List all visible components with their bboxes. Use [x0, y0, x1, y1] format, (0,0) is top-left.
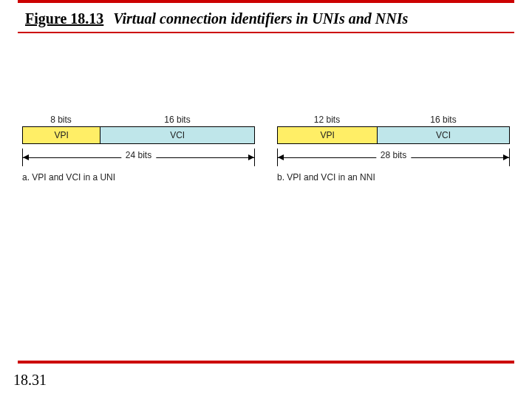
dim-arrow-left-a — [23, 154, 29, 160]
dim-arrow-right-a — [248, 154, 254, 160]
caption-a: a. VPI and VCI in a UNI — [22, 172, 255, 183]
diagram-uni: 8 bits 16 bits VPI VCI 24 bits a. VPI an… — [22, 115, 255, 183]
vpi-field-a: VPI — [23, 127, 100, 143]
fields-a: VPI VCI — [22, 126, 255, 144]
figure-title: Virtual connection identifiers in UNIs a… — [113, 10, 408, 27]
vci-bits-label-a: 16 bits — [100, 115, 255, 125]
vpi-field-b: VPI — [278, 127, 377, 143]
bit-labels-b: 12 bits 16 bits — [277, 115, 510, 125]
vpi-bits-label-b: 12 bits — [277, 115, 377, 125]
dimension-b: 28 bits — [277, 149, 510, 168]
bottom-rule — [18, 361, 514, 364]
caption-b: b. VPI and VCI in an NNI — [277, 172, 510, 183]
diagram-area: 8 bits 16 bits VPI VCI 24 bits a. VPI an… — [0, 33, 532, 183]
diagram-nni: 12 bits 16 bits VPI VCI 28 bits b. VPI a… — [277, 115, 510, 183]
dimension-a: 24 bits — [22, 149, 255, 168]
figure-heading: Figure 18.13 Virtual connection identifi… — [0, 3, 532, 32]
page-number: 18.31 — [13, 372, 47, 389]
total-bits-b: 28 bits — [376, 150, 411, 160]
vci-field-a: VCI — [100, 127, 254, 143]
bit-labels-a: 8 bits 16 bits — [22, 115, 255, 125]
vci-bits-label-b: 16 bits — [377, 115, 510, 125]
vpi-bits-label-a: 8 bits — [22, 115, 100, 125]
fields-b: VPI VCI — [277, 126, 510, 144]
dim-arrow-right-b — [503, 154, 509, 160]
dim-arrow-left-b — [278, 154, 284, 160]
vci-field-b: VCI — [377, 127, 509, 143]
figure-number: Figure 18.13 — [25, 10, 103, 27]
total-bits-a: 24 bits — [121, 150, 156, 160]
